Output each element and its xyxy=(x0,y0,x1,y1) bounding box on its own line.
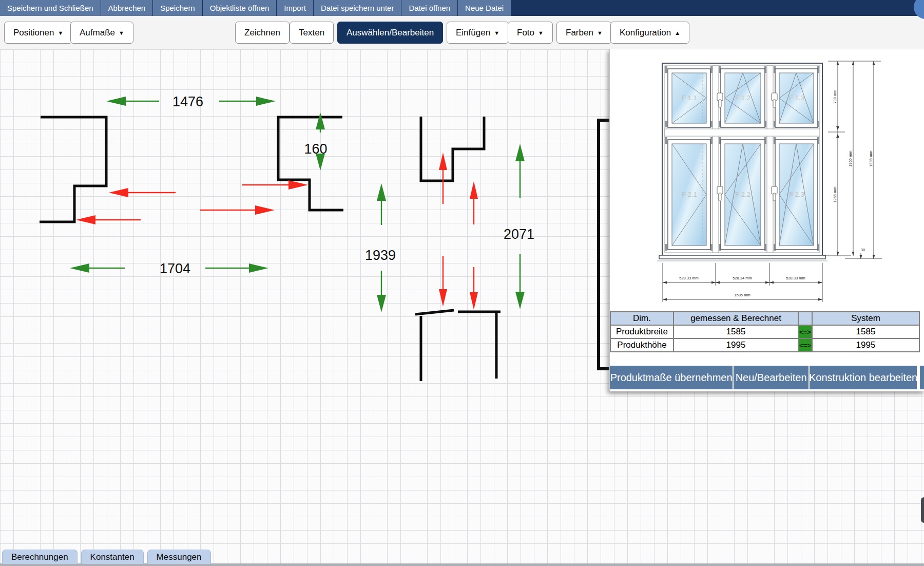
profile-shape-right[interactable] xyxy=(278,117,343,210)
toolbar-button-foto[interactable]: Foto▼ xyxy=(508,22,553,44)
chevron-down-icon: ▼ xyxy=(119,30,124,36)
menu-item-speichern-und-schlie-en[interactable]: Speichern und Schließen xyxy=(0,0,101,16)
profile-shape-left[interactable] xyxy=(40,117,106,222)
toolbar-button-zeichnen[interactable]: Zeichnen xyxy=(235,22,290,44)
toolbar-button-label: Foto xyxy=(517,28,534,38)
svg-text:1965 mm: 1965 mm xyxy=(848,150,853,166)
toolbar-button-label: Farben xyxy=(566,28,593,38)
svg-text:F 2.3: F 2.3 xyxy=(789,191,804,198)
chevron-down-icon: ▼ xyxy=(538,30,544,36)
dimension-2071[interactable]: 2071 xyxy=(504,144,534,309)
chevron-down-icon: ▼ xyxy=(57,30,63,36)
dimension-1939[interactable]: 1939 xyxy=(365,183,396,312)
svg-text:528.33 mm: 528.33 mm xyxy=(786,276,805,280)
sash-f21: F 2.1 xyxy=(668,140,710,250)
table-header-system: System xyxy=(812,312,919,325)
toolbar-button-farben[interactable]: Farben▼ xyxy=(556,22,612,44)
dimension-1939-label[interactable]: 1939 xyxy=(365,248,396,263)
dimension-160-label[interactable]: 160 xyxy=(304,141,327,157)
toolbar-button-label: Zeichnen xyxy=(244,28,280,38)
tab-berechnungen[interactable]: Berechnungen xyxy=(2,550,78,564)
sash-f22: F 2.2 xyxy=(717,140,765,250)
drawing-dims-bottom: 528.33 mm 528.34 mm 528.33 mm 1585 mm xyxy=(663,263,822,302)
svg-text:F 1.2: F 1.2 xyxy=(735,94,750,102)
toolbar-button-ausw-hlen-bearbeiten[interactable]: Auswählen/Bearbeiten xyxy=(337,22,443,44)
table-row: Produktbreite1585<=>1585 xyxy=(610,325,919,338)
dimension-1476[interactable]: 1476 xyxy=(106,94,276,109)
bottom-tabs: BerechnungenKonstantenMessungen xyxy=(0,550,215,564)
svg-text:F 2.1: F 2.1 xyxy=(682,191,697,198)
svg-text:1995 mm: 1995 mm xyxy=(869,150,873,166)
panel-button-konstruktion-bearbeiten[interactable]: Konstruktion bearbeiten xyxy=(810,366,917,389)
menu-bar: Speichern und SchließenAbbrechenSpeicher… xyxy=(0,0,924,16)
panel-button-neu-bearbeiten[interactable]: Neu/Bearbeiten xyxy=(734,366,808,389)
toolbar: Positionen▼Aufmaße▼ZeichnenTextenAuswähl… xyxy=(0,16,924,49)
toolbar-button-label: Auswählen/Bearbeiten xyxy=(346,28,434,38)
toolbar-button-positionen[interactable]: Positionen▼ xyxy=(4,22,72,44)
sash-f12: F 1.2 xyxy=(717,69,765,127)
menu-item-abbrechen[interactable]: Abbrechen xyxy=(101,0,153,16)
menu-item-import[interactable]: Import xyxy=(277,0,313,16)
dimension-table: Dim.gemessen & BerechnetSystem Produktbr… xyxy=(610,311,920,352)
cell-name-produktbreite: Produktbreite xyxy=(610,325,673,338)
cell-link-produkth-he[interactable]: <=> xyxy=(798,338,812,352)
menu-item-datei-speichern-unter[interactable]: Datei speichern unter xyxy=(314,0,401,16)
menu-item-neue-datei[interactable]: Neue Datei xyxy=(458,0,511,16)
tab-konstanten[interactable]: Konstanten xyxy=(81,550,144,564)
table-header-link xyxy=(798,312,812,325)
cell-system-produktbreite: 1585 xyxy=(812,325,919,338)
toolbar-button-konfiguration[interactable]: Konfiguration▲ xyxy=(610,22,689,44)
svg-text:F 2.2: F 2.2 xyxy=(735,191,750,198)
tab-messungen[interactable]: Messungen xyxy=(147,550,211,564)
svg-text:1585 mm: 1585 mm xyxy=(734,293,750,297)
chevron-down-icon: ▼ xyxy=(597,30,603,36)
toolbar-button-texten[interactable]: Texten xyxy=(290,22,334,44)
svg-text:F 1.3: F 1.3 xyxy=(789,94,804,102)
panel-button-row: Produktmaße übernehmenNeu/BearbeitenKons… xyxy=(610,366,924,389)
dimension-1704-label[interactable]: 1704 xyxy=(160,261,190,276)
table-header-dim: Dim. xyxy=(610,312,673,325)
table-header-gemessen-berechnet: gemessen & Berechnet xyxy=(673,312,798,325)
sash-f13: F 1.3 xyxy=(772,69,818,127)
drawing-dims-right: 700 mm 1265 mm 1965 mm 1995 mm 30 xyxy=(823,61,882,259)
toolbar-button-label: Positionen xyxy=(13,28,54,38)
dimension-1476-label[interactable]: 1476 xyxy=(172,94,203,109)
measurement-panel: F 1.1 F 1.2 F 1.3 xyxy=(609,49,924,391)
svg-text:30: 30 xyxy=(861,248,865,252)
toolbar-button-label: Einfügen xyxy=(456,28,490,38)
profile-shape-middle-bottom[interactable] xyxy=(415,310,500,381)
sash-f23: F 2.3 xyxy=(772,140,818,250)
cell-system-produkth-he: 1995 xyxy=(812,338,919,352)
vertical-scrollbar-thumb[interactable] xyxy=(921,497,924,523)
dimension-2071-label[interactable]: 2071 xyxy=(504,227,534,242)
cell-name-produkth-he: Produkthöhe xyxy=(610,338,673,352)
svg-text:1265 mm: 1265 mm xyxy=(833,186,837,202)
toolbar-button-label: Texten xyxy=(299,28,324,38)
menu-item-objektliste-ffnen[interactable]: Objektliste öffnen xyxy=(203,0,277,16)
cell-measured-produktbreite: 1585 xyxy=(673,325,798,338)
toolbar-button-label: Aufmaße xyxy=(80,28,115,38)
dimension-1704[interactable]: 1704 xyxy=(70,261,268,276)
toolbar-button-label: Konfiguration xyxy=(620,28,671,38)
svg-text:528.33 mm: 528.33 mm xyxy=(679,276,699,280)
svg-text:700 mm: 700 mm xyxy=(833,89,837,103)
cell-measured-produkth-he: 1995 xyxy=(673,338,798,352)
cell-link-produktbreite[interactable]: <=> xyxy=(798,325,812,338)
profile-shape-middle-top[interactable] xyxy=(421,117,484,181)
table-row: Produkthöhe1995<=>1995 xyxy=(610,338,919,352)
dimension-160[interactable]: 160 xyxy=(304,112,327,171)
menu-item-speichern[interactable]: Speichern xyxy=(153,0,202,16)
toolbar-button-einf-gen[interactable]: Einfügen▼ xyxy=(447,22,509,44)
toolbar-button-aufma-e[interactable]: Aufmaße▼ xyxy=(70,22,133,44)
svg-text:F 1.1: F 1.1 xyxy=(682,94,697,102)
panel-button-produktma-e-bernehmen[interactable]: Produktmaße übernehmen xyxy=(610,366,733,389)
sash-f11: F 1.1 xyxy=(668,69,710,127)
menu-item-datei-ffnen[interactable]: Datei öffnen xyxy=(401,0,457,16)
svg-text:528.34 mm: 528.34 mm xyxy=(733,276,752,280)
chevron-down-icon: ▼ xyxy=(494,30,499,36)
chevron-up-icon: ▲ xyxy=(675,30,680,36)
panel-button-partial[interactable] xyxy=(920,366,924,389)
